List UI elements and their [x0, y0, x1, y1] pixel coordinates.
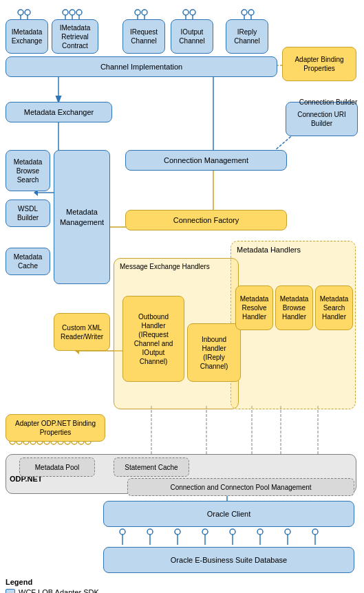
svg-point-64 [285, 529, 290, 535]
svg-point-65 [312, 529, 318, 535]
svg-point-14 [183, 10, 189, 15]
svg-point-11 [142, 10, 147, 15]
inbound-handler-box: Inbound Handler (IReply Channel) [187, 323, 241, 382]
oracle-db-box: Oracle E-Business Suite Database [103, 547, 354, 573]
svg-point-58 [120, 529, 125, 535]
metadata-cache-box: Metadata Cache [6, 248, 50, 275]
metadata-exchanger-box: Metadata Exchanger [6, 102, 112, 122]
legend: Legend WCF LOB Adapter SDK Oracle E-Busi… [6, 578, 129, 593]
statement-cache-box: Statement Cache [114, 457, 189, 477]
custom-xml-rw-box: Custom XML Reader/Writer [54, 313, 110, 351]
svg-point-5 [69, 10, 75, 15]
connection-pool-mgmt-box: Connection and Connecton Pool Management [127, 478, 354, 496]
diagram-container: IMetadata Exchange IMetadata Retrieval C… [0, 0, 364, 14]
svg-point-19 [248, 10, 254, 15]
legend-item-blue: WCF LOB Adapter SDK [6, 588, 129, 593]
svg-point-4 [63, 10, 68, 15]
svg-point-1 [25, 10, 30, 15]
legend-box-blue [6, 589, 15, 593]
imetadata-retrieval-box: IMetadata Retrieval Contract [52, 19, 98, 54]
svg-point-18 [242, 10, 247, 15]
channel-impl-box: Channel Implementation [6, 56, 277, 77]
irequest-channel-box: IRequest Channel [122, 19, 165, 54]
svg-point-63 [257, 529, 263, 535]
svg-point-15 [190, 10, 195, 15]
metadata-management-box: Metadata Management [54, 150, 110, 284]
wsdl-builder-box: WSDL Builder [6, 200, 50, 227]
oracle-client-box: Oracle Client [103, 501, 354, 527]
connection-management-box: Connection Management [125, 150, 287, 171]
svg-point-59 [147, 529, 153, 535]
adapter-binding-props-box: Adapter Binding Properties [282, 47, 356, 81]
connection-factory-box: Connection Factory [125, 210, 287, 230]
metadata-resolve-handler-box: Metadata Resolve Handler [235, 285, 273, 330]
metadata-handlers-label: Metadata Handlers [237, 246, 301, 254]
metadata-search-handler-box: Metadata Search Handler [315, 285, 353, 330]
svg-point-10 [135, 10, 140, 15]
metadata-browse-handler-box: Metadata Browse Handler [275, 285, 313, 330]
ireply-channel-box: IReply Channel [226, 19, 268, 54]
metadata-browse-search-box: Metadata Browse Search [6, 150, 50, 191]
outbound-handler-box: Outbound Handler (IRequest Channel and I… [122, 296, 184, 382]
ioutput-channel-box: IOutput Channel [171, 19, 213, 54]
adapter-odp-binding-box: Adapter ODP.NET Binding Properties [6, 414, 105, 442]
metadata-pool-box: Metadata Pool [19, 457, 95, 477]
svg-point-60 [175, 529, 180, 535]
connection-builder-label: Connection Builder [298, 98, 358, 106]
imetadata-exchange-box: IMetadata Exchange [6, 19, 48, 54]
svg-point-62 [230, 529, 235, 535]
connection-uri-builder-box: Connection URI Builder [286, 102, 358, 136]
svg-point-61 [202, 529, 208, 535]
legend-label-blue: WCF LOB Adapter SDK [19, 588, 99, 593]
svg-point-0 [18, 10, 23, 15]
svg-point-6 [76, 10, 82, 15]
legend-title: Legend [6, 578, 129, 586]
msg-exchange-handlers-label: Message Exchange Handlers [120, 263, 210, 270]
